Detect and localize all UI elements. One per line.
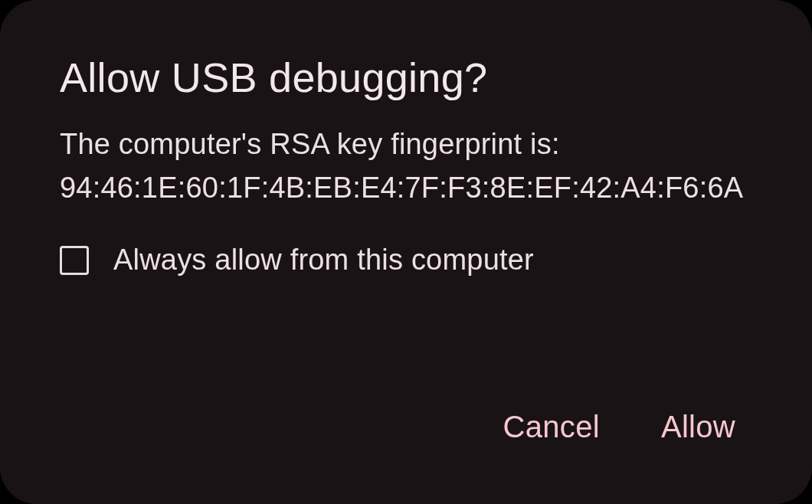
checkbox-label: Always allow from this computer (113, 244, 534, 277)
cancel-button[interactable]: Cancel (500, 404, 603, 450)
usb-debugging-dialog: Allow USB debugging? The computer's RSA … (0, 0, 812, 504)
dialog-title: Allow USB debugging? (60, 54, 752, 101)
dialog-body: The computer's RSA key fingerprint is: 9… (60, 123, 752, 210)
body-intro-text: The computer's RSA key fingerprint is: (60, 128, 560, 160)
allow-button[interactable]: Allow (658, 404, 738, 450)
always-allow-checkbox-row[interactable]: Always allow from this computer (60, 244, 752, 277)
rsa-fingerprint: 94:46:1E:60:1F:4B:EB:E4:7F:F3:8E:EF:42:A… (60, 172, 743, 204)
checkbox-icon[interactable] (60, 246, 89, 275)
dialog-actions: Cancel Allow (60, 404, 752, 466)
